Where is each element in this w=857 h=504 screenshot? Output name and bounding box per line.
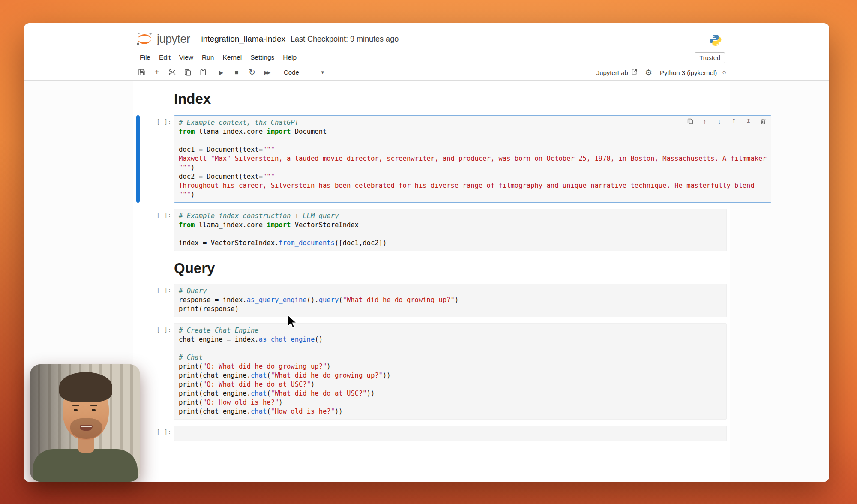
menu-run[interactable]: Run: [202, 54, 214, 61]
jupyter-window: jupyter integration_llama-index Last Che…: [24, 23, 829, 482]
code-line: index = VectorStoreIndex.from_documents(…: [179, 239, 722, 248]
menu-settings[interactable]: Settings: [250, 54, 274, 61]
menu-view[interactable]: View: [179, 54, 193, 61]
code-line: print("Q: How old is he?"): [179, 398, 722, 407]
code-line: [179, 344, 722, 353]
toolbar-right-group: JupyterLab ⚙ Python 3 (ipykernel) ○: [596, 64, 726, 81]
code-cell-4[interactable]: [ ]: # Create Chat Enginechat_engine = i…: [133, 323, 730, 420]
person-eye: [74, 409, 78, 411]
copy-cell-icon[interactable]: [183, 68, 192, 77]
cell-editor-box[interactable]: # Example index construction + LLM query…: [174, 209, 727, 251]
code-line: # Chat: [179, 353, 722, 362]
code-editor[interactable]: # Example index construction + LLM query…: [174, 209, 726, 251]
person-shirt: [33, 449, 138, 482]
code-line: # Example context, thx ChatGPT: [179, 118, 767, 127]
code-editor[interactable]: # Example context, thx ChatGPTfrom llama…: [174, 116, 771, 202]
notebook-toolbar: + ▶ ■ ↻ ▶▶ Code ▾ JupyterLab ⚙ Python 3 …: [24, 64, 829, 81]
menu-file[interactable]: File: [140, 54, 150, 61]
code-line: # Create Chat Engine: [179, 326, 722, 335]
code-line: response = index.as_query_engine().query…: [179, 296, 722, 305]
code-line: print(chat_engine.chat("How old is he?")…: [179, 407, 722, 416]
cut-cell-icon[interactable]: [168, 68, 177, 77]
code-cell-5-empty[interactable]: [ ]:: [133, 426, 730, 441]
add-cell-icon[interactable]: +: [153, 68, 161, 77]
code-line: print(response): [179, 305, 722, 314]
restart-run-all-icon[interactable]: ▶▶: [263, 68, 272, 77]
webcam-overlay: [30, 364, 140, 482]
menu-help[interactable]: Help: [283, 54, 297, 61]
interrupt-kernel-icon[interactable]: ■: [232, 68, 241, 77]
paste-cell-icon[interactable]: [199, 68, 207, 77]
code-line: """): [179, 190, 767, 199]
code-line: print("Q: What did he do growing up?"): [179, 362, 722, 371]
move-cell-up-icon[interactable]: ↑: [701, 118, 708, 125]
code-editor[interactable]: [174, 426, 726, 441]
code-cell-1[interactable]: [ ]: # Example context, thx ChatGPTfrom …: [133, 115, 730, 203]
code-line: [179, 230, 722, 239]
cell-toolbar: ↑ ↓ ↥ ↧: [687, 118, 767, 125]
cell-editor-box[interactable]: # Queryresponse = index.as_query_engine(…: [174, 284, 727, 317]
menu-kernel[interactable]: Kernel: [222, 54, 242, 61]
heading-query: Query: [174, 260, 730, 277]
person-teeth: [81, 426, 92, 427]
selected-cell-indicator: [136, 115, 140, 203]
desktop-background: { "header": { "brand": "jupyter", "title…: [0, 0, 857, 504]
delete-cell-icon[interactable]: [760, 118, 767, 125]
code-cell-3[interactable]: [ ]: # Queryresponse = index.as_query_en…: [133, 284, 730, 317]
insert-cell-above-icon[interactable]: ↥: [731, 118, 737, 125]
duplicate-cell-icon[interactable]: [687, 118, 694, 125]
code-line: doc2 = Document(text=""": [179, 172, 767, 181]
jupyterlab-link[interactable]: JupyterLab: [596, 69, 637, 76]
move-cell-down-icon[interactable]: ↓: [716, 118, 723, 125]
code-line: chat_engine = index.as_chat_engine(): [179, 335, 722, 344]
cell-prompt: [ ]:: [140, 284, 174, 317]
jupyterlab-label: JupyterLab: [596, 69, 628, 76]
code-line: """): [179, 163, 767, 172]
code-editor[interactable]: # Queryresponse = index.as_query_engine(…: [174, 284, 726, 317]
notebook-document: Index [ ]: # Example context, thx ChatGP…: [133, 81, 730, 482]
code-editor[interactable]: # Create Chat Enginechat_engine = index.…: [174, 324, 726, 419]
person-hair: [59, 372, 112, 402]
person-brow: [72, 405, 79, 406]
gear-icon[interactable]: ⚙: [645, 68, 652, 78]
cell-prompt: [ ]:: [140, 426, 174, 441]
code-line: from llama_index.core import Document: [179, 127, 767, 136]
code-line: print("Q: What did he do at USC?"): [179, 380, 722, 389]
menu-bar: File Edit View Run Kernel Settings Help …: [24, 51, 829, 64]
chevron-down-icon: ▾: [321, 69, 324, 75]
person-brow: [90, 405, 97, 406]
cell-indicator: [136, 209, 140, 251]
code-line: print(chat_engine.chat("What did he do a…: [179, 389, 722, 398]
cell-editor-box[interactable]: # Example context, thx ChatGPTfrom llama…: [174, 115, 771, 203]
code-cell-2[interactable]: [ ]: # Example index construction + LLM …: [133, 209, 730, 251]
notebook-title[interactable]: integration_llama-index: [201, 34, 285, 44]
notebook-area: Index [ ]: # Example context, thx ChatGP…: [24, 81, 829, 482]
cell-editor-box[interactable]: [174, 426, 727, 441]
code-line: Throughout his career, Silverstein has b…: [179, 181, 767, 190]
mouse-cursor: [286, 314, 297, 330]
insert-cell-below-icon[interactable]: ↧: [745, 118, 752, 125]
python-logo-icon: [709, 33, 722, 47]
cell-prompt: [ ]:: [140, 209, 174, 251]
run-cell-icon[interactable]: ▶: [217, 68, 225, 77]
titlebar: jupyter integration_llama-index Last Che…: [24, 23, 829, 51]
kernel-status-icon: ○: [722, 69, 726, 76]
code-line: # Query: [179, 287, 722, 296]
menu-edit[interactable]: Edit: [159, 54, 171, 61]
person-eye: [92, 409, 96, 411]
code-line: doc1 = Document(text=""": [179, 145, 767, 154]
cell-type-select[interactable]: Code ▾: [284, 69, 324, 76]
code-line: # Example index construction + LLM query: [179, 212, 722, 221]
jupyter-logo-icon: [135, 32, 153, 46]
cell-type-value: Code: [284, 69, 299, 76]
jupyter-wordmark: jupyter: [157, 33, 190, 46]
cell-editor-box[interactable]: # Create Chat Enginechat_engine = index.…: [174, 323, 727, 420]
external-link-icon: [631, 69, 637, 76]
kernel-name[interactable]: Python 3 (ipykernel): [660, 69, 717, 76]
code-line: print(chat_engine.chat("What did he do g…: [179, 371, 722, 380]
restart-kernel-icon[interactable]: ↻: [248, 68, 256, 77]
cell-prompt: [ ]:: [140, 323, 174, 420]
cell-indicator: [136, 284, 140, 317]
trusted-badge[interactable]: Trusted: [695, 52, 725, 63]
save-icon[interactable]: [137, 68, 146, 77]
